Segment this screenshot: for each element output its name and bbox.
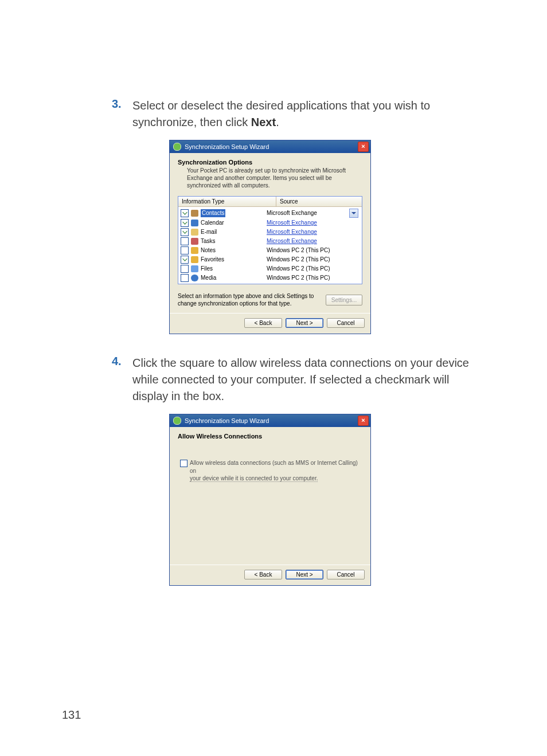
sync-item-label: Favorites (201, 256, 224, 264)
allow-wireless-dialog: Synchronization Setup Wizard × Allow Wir… (169, 414, 371, 586)
step-number: 4. (112, 355, 132, 405)
source-dropdown-icon[interactable] (349, 209, 358, 218)
close-icon[interactable]: × (358, 416, 369, 426)
sync-item-label: Files (201, 265, 213, 273)
sync-item-source[interactable]: Microsoft Exchange (267, 219, 360, 227)
sync-item-source: Windows PC 2 (This PC) (267, 265, 360, 273)
step-number: 3. (112, 97, 132, 131)
app-icon (173, 143, 181, 151)
option-label-line1: Allow wireless data connections (such as… (190, 460, 358, 474)
app-icon (173, 417, 181, 425)
sync-item-checkbox[interactable] (181, 265, 189, 273)
col-information-type[interactable]: Information Type (178, 197, 276, 206)
sync-item-checkbox[interactable] (181, 274, 189, 282)
sync-item-source: Windows PC 2 (This PC) (267, 274, 360, 282)
next-button[interactable]: Next > (286, 318, 323, 328)
cancel-button[interactable]: Cancel (327, 570, 365, 579)
sync-item-label: E-mail (201, 228, 217, 236)
step-3-bold: Next (251, 116, 276, 128)
sync-item-row[interactable]: E-mailMicrosoft Exchange (178, 228, 362, 237)
type-icon (191, 265, 198, 272)
type-icon (191, 210, 198, 217)
type-icon (191, 220, 198, 226)
titlebar: Synchronization Setup Wizard × (170, 140, 370, 153)
sync-item-label: Media (201, 274, 216, 282)
titlebar: Synchronization Setup Wizard × (170, 414, 370, 427)
sync-item-row[interactable]: FilesWindows PC 2 (This PC) (178, 264, 362, 273)
type-icon (191, 275, 198, 281)
sync-item-checkbox[interactable] (181, 246, 189, 254)
option-label-line2: your device while it is connected to you… (190, 475, 318, 482)
dialog-title: Synchronization Setup Wizard (185, 417, 269, 424)
step-3-text-b: . (276, 116, 279, 128)
back-button[interactable]: < Back (244, 570, 282, 579)
sync-item-label: Calendar (201, 219, 224, 227)
back-button[interactable]: < Back (244, 318, 282, 328)
page-number: 131 (62, 708, 81, 722)
cancel-button[interactable]: Cancel (327, 318, 365, 328)
sync-item-label: Contacts (201, 209, 225, 217)
sync-item-row[interactable]: MediaWindows PC 2 (This PC) (178, 273, 362, 283)
next-button[interactable]: Next > (286, 570, 323, 579)
allow-wireless-checkbox[interactable] (180, 460, 187, 467)
allow-wireless-option[interactable]: Allow wireless data connections (such as… (180, 459, 362, 483)
sync-item-row[interactable]: TasksMicrosoft Exchange (178, 237, 362, 246)
sync-options-dialog: Synchronization Setup Wizard × Synchroni… (169, 140, 371, 334)
sync-item-label: Notes (201, 246, 216, 254)
settings-button: Settings... (326, 295, 362, 305)
step-4: 4. Click the square to allow wireless da… (112, 355, 484, 405)
step-3-text: Select or deselect the desired applicati… (132, 97, 484, 131)
dialog-title: Synchronization Setup Wizard (185, 143, 269, 150)
section-heading: Synchronization Options (178, 159, 362, 166)
sync-item-checkbox[interactable] (181, 219, 189, 227)
sync-item-row[interactable]: FavoritesWindows PC 2 (This PC) (178, 255, 362, 264)
sync-item-label: Tasks (201, 237, 216, 245)
list-header: Information Type Source (178, 197, 362, 207)
step-3: 3. Select or deselect the desired applic… (112, 97, 484, 131)
sync-item-source[interactable]: Microsoft Exchange (267, 237, 360, 245)
close-icon[interactable]: × (358, 142, 369, 152)
hint-text: Select an information type above and cli… (178, 292, 326, 307)
sync-items-list: Information Type Source ContactsMicrosof… (178, 196, 362, 284)
sync-item-row[interactable]: NotesWindows PC 2 (This PC) (178, 246, 362, 255)
section-heading: Allow Wireless Connections (178, 433, 362, 440)
type-icon (191, 238, 198, 245)
sync-item-checkbox[interactable] (181, 228, 189, 236)
sync-item-checkbox[interactable] (181, 209, 189, 217)
sync-item-checkbox[interactable] (181, 237, 189, 245)
step-4-text: Click the square to allow wireless data … (132, 355, 484, 405)
sync-item-source: Windows PC 2 (This PC) (267, 246, 360, 254)
sync-item-checkbox[interactable] (181, 256, 189, 264)
sync-item-source[interactable]: Microsoft Exchange (267, 228, 360, 236)
sync-item-row[interactable]: ContactsMicrosoft Exchange (178, 208, 362, 218)
sync-item-row[interactable]: CalendarMicrosoft Exchange (178, 218, 362, 228)
sync-item-source: Windows PC 2 (This PC) (267, 256, 360, 264)
section-subtext: Your Pocket PC is already set up to sync… (187, 167, 362, 189)
type-icon (191, 256, 198, 263)
col-source[interactable]: Source (276, 197, 362, 206)
type-icon (191, 247, 198, 254)
step-3-text-a: Select or deselect the desired applicati… (132, 99, 430, 128)
sync-item-source: Microsoft Exchange (267, 209, 349, 217)
type-icon (191, 229, 198, 236)
